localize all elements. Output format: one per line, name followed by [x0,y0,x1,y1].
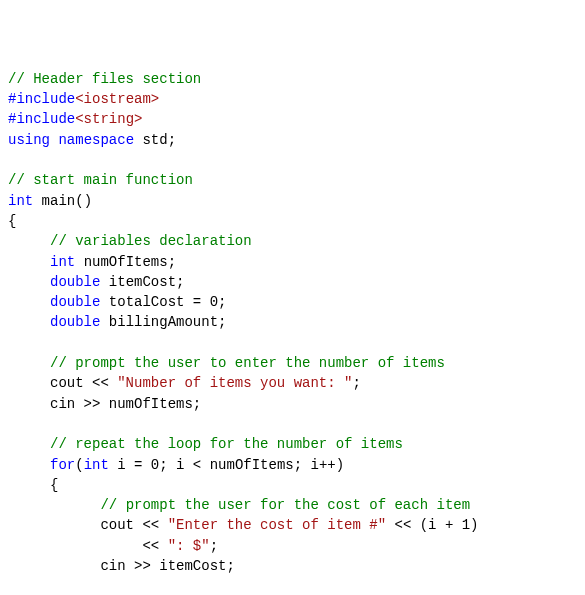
token-keyword: double [50,274,100,290]
token-default: ; [210,538,218,554]
code-line: // start main function [8,170,577,190]
token-comment: // variables declaration [50,233,252,249]
token-keyword: #include [8,111,75,127]
token-default: numOfItems; [75,254,176,270]
code-line: << ": $"; [8,536,577,556]
code-line: cout << "Number of items you want: "; [8,373,577,393]
code-line: // prompt the user to enter the number o… [8,353,577,373]
token-string: "Number of items you want: " [117,375,352,391]
token-default: billingAmount; [100,314,226,330]
code-line: cout << "Enter the cost of item #" << (i… [8,515,577,535]
code-line: double totalCost = 0; [8,292,577,312]
code-line: { [8,475,577,495]
token-default [8,254,50,270]
token-default: totalCost = 0; [100,294,226,310]
token-default: itemCost; [100,274,184,290]
token-default [8,436,50,452]
token-default: ; [352,375,360,391]
token-default: << [8,538,168,554]
token-default [8,294,50,310]
token-keyword: double [50,314,100,330]
code-line [8,576,577,595]
code-line: #include<iostream> [8,89,577,109]
token-default: ( [75,457,83,473]
token-keyword: for [50,457,75,473]
token-default: cout << [8,517,168,533]
code-line: { [8,211,577,231]
token-default: cout << [8,375,117,391]
token-default: main() [33,193,92,209]
code-line: double itemCost; [8,272,577,292]
token-keyword: #include [8,91,75,107]
token-string: ": $" [168,538,210,554]
token-default: { [8,213,16,229]
token-include: <iostream> [75,91,159,107]
token-keyword: using [8,132,50,148]
code-line: // repeat the loop for the number of ite… [8,434,577,454]
code-line: double billingAmount; [8,312,577,332]
token-default [8,314,50,330]
token-comment: // prompt the user to enter the number o… [50,355,445,371]
code-block: // Header files section#include<iostream… [8,69,577,595]
token-default [8,233,50,249]
token-comment: // Header files section [8,71,201,87]
token-default [8,457,50,473]
code-line: int main() [8,191,577,211]
token-string: "Enter the cost of item #" [168,517,386,533]
token-keyword: int [50,254,75,270]
code-line: using namespace std; [8,130,577,150]
token-default: { [8,477,58,493]
code-line: int numOfItems; [8,252,577,272]
code-line: cin >> numOfItems; [8,394,577,414]
code-line [8,333,577,353]
token-comment: // start main function [8,172,193,188]
token-keyword: double [50,294,100,310]
code-line: for(int i = 0; i < numOfItems; i++) [8,455,577,475]
code-line: cin >> itemCost; [8,556,577,576]
code-line: // variables declaration [8,231,577,251]
token-default: i = 0; i < numOfItems; i++) [109,457,344,473]
token-keyword: int [84,457,109,473]
token-comment: // repeat the loop for the number of ite… [50,436,403,452]
code-line [8,150,577,170]
code-line: // Header files section [8,69,577,89]
code-line: // prompt the user for the cost of each … [8,495,577,515]
token-include: <string> [75,111,142,127]
token-default [8,274,50,290]
token-default: << (i + 1) [386,517,478,533]
token-default: cin >> numOfItems; [8,396,201,412]
code-line: #include<string> [8,109,577,129]
token-comment: // prompt the user for the cost of each … [100,497,470,513]
code-line [8,414,577,434]
token-default [8,355,50,371]
token-default: std; [134,132,176,148]
token-keyword: int [8,193,33,209]
token-keyword: namespace [58,132,134,148]
token-default: cin >> itemCost; [8,558,235,574]
token-default [8,497,100,513]
